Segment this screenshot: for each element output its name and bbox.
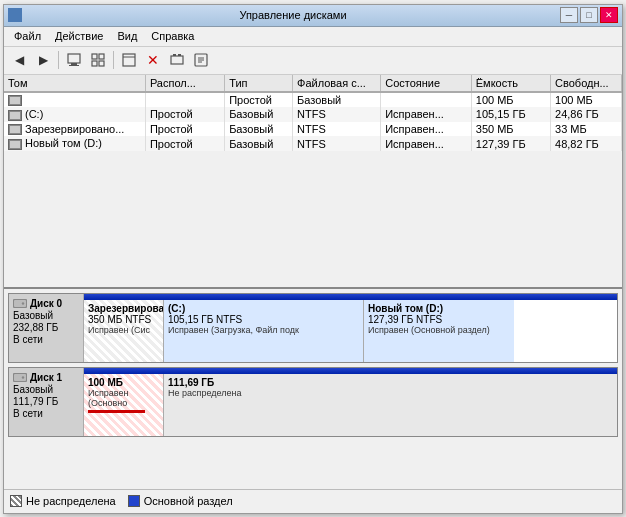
- cell-tip: Базовый: [225, 107, 293, 122]
- header-tip[interactable]: Тип: [225, 75, 293, 92]
- legend-unalloc-box: [10, 495, 22, 507]
- forward-button[interactable]: ▶: [32, 49, 54, 71]
- disk-view-section[interactable]: Диск 0 Базовый 232,88 ГБ В сети Зарезерв…: [4, 289, 622, 489]
- toolbar-btn-5[interactable]: [118, 49, 140, 71]
- toolbar-btn-8[interactable]: [190, 49, 212, 71]
- cell-name: Зарезервировано...: [4, 122, 145, 137]
- legend-unalloc-label: Не распределена: [26, 495, 116, 507]
- header-free[interactable]: Свободн...: [551, 75, 622, 92]
- cell-rasp: Простой: [145, 136, 224, 151]
- menu-file[interactable]: Файл: [8, 28, 47, 44]
- partition-name: Зарезервирован: [88, 303, 159, 314]
- partition-status: Исправен (Основно: [88, 388, 159, 408]
- partition-name: (C:): [168, 303, 359, 314]
- table-row[interactable]: (C:) Простой Базовый NTFS Исправен... 10…: [4, 107, 622, 122]
- cell-name: [4, 92, 145, 108]
- svg-rect-7: [123, 54, 135, 66]
- cell-name: Новый том (D:): [4, 136, 145, 151]
- partition-name: 100 МБ: [88, 377, 159, 388]
- svg-rect-20: [14, 374, 26, 381]
- volume-table-section[interactable]: Том Распол... Тип Файловая с... Состояни…: [4, 75, 622, 289]
- table-row[interactable]: Новый том (D:) Простой Базовый NTFS Испр…: [4, 136, 622, 151]
- cell-tip: Базовый: [225, 122, 293, 137]
- cell-tip: Простой: [225, 92, 293, 108]
- toolbar-sep-1: [58, 51, 59, 69]
- cell-free: 33 МБ: [551, 122, 622, 137]
- svg-rect-17: [14, 300, 26, 307]
- legend-primary: Основной раздел: [128, 495, 233, 507]
- svg-point-18: [22, 302, 24, 304]
- partition[interactable]: Новый том (D:) 127,39 ГБ NTFS Исправен (…: [364, 300, 514, 362]
- window-title: Управление дисками: [26, 9, 560, 21]
- close-button[interactable]: ✕: [600, 7, 618, 23]
- toolbar-btn-7[interactable]: [166, 49, 188, 71]
- header-rasp[interactable]: Распол...: [145, 75, 224, 92]
- disk-parts-row: Зарезервирован 350 МБ NTFS Исправен (Сис…: [84, 300, 617, 362]
- cell-state: Исправен...: [381, 122, 472, 137]
- partition-name: Новый том (D:): [368, 303, 510, 314]
- cell-fs: NTFS: [293, 122, 381, 137]
- partition-name: 111,69 ГБ: [168, 377, 613, 388]
- svg-rect-2: [69, 65, 79, 66]
- cell-free: 24,86 ГБ: [551, 107, 622, 122]
- partition[interactable]: 100 МБ Исправен (Основно: [84, 374, 164, 436]
- disk-row: Диск 0 Базовый 232,88 ГБ В сети Зарезерв…: [8, 293, 618, 363]
- header-cap[interactable]: Ёмкость: [471, 75, 550, 92]
- table-row[interactable]: Зарезервировано... Простой Базовый NTFS …: [4, 122, 622, 137]
- toolbar-btn-4[interactable]: [87, 49, 109, 71]
- title-bar: Управление дисками ─ □ ✕: [4, 5, 622, 27]
- toolbar: ◀ ▶ ✕: [4, 47, 622, 75]
- cell-fs: NTFS: [293, 136, 381, 151]
- window-icon: [8, 8, 22, 22]
- menu-view[interactable]: Вид: [111, 28, 143, 44]
- legend-bar: Не распределена Основной раздел: [4, 489, 622, 513]
- partition-size: 105,15 ГБ NTFS: [168, 314, 359, 325]
- partition-status: Исправен (Загрузка, Файл подк: [168, 325, 359, 335]
- legend-primary-label: Основной раздел: [144, 495, 233, 507]
- menu-help[interactable]: Справка: [145, 28, 200, 44]
- svg-rect-11: [178, 54, 181, 56]
- title-bar-buttons: ─ □ ✕: [560, 7, 618, 23]
- svg-rect-9: [171, 56, 183, 64]
- cell-fs: Базовый: [293, 92, 381, 108]
- partition[interactable]: (C:) 105,15 ГБ NTFS Исправен (Загрузка, …: [164, 300, 364, 362]
- partition[interactable]: Зарезервирован 350 МБ NTFS Исправен (Сис: [84, 300, 164, 362]
- cell-state: Исправен...: [381, 107, 472, 122]
- minimize-button[interactable]: ─: [560, 7, 578, 23]
- cell-free: 100 МБ: [551, 92, 622, 108]
- header-tom[interactable]: Том: [4, 75, 145, 92]
- svg-rect-5: [92, 61, 97, 66]
- table-row[interactable]: Простой Базовый 100 МБ 100 МБ: [4, 92, 622, 108]
- header-fs[interactable]: Файловая с...: [293, 75, 381, 92]
- disk-info: Диск 1 Базовый 111,79 ГБ В сети: [9, 368, 84, 436]
- cell-cap: 127,39 ГБ: [471, 136, 550, 151]
- back-button[interactable]: ◀: [8, 49, 30, 71]
- disk-info: Диск 0 Базовый 232,88 ГБ В сети: [9, 294, 84, 362]
- menu-action[interactable]: Действие: [49, 28, 109, 44]
- partition-size: 350 МБ NTFS: [88, 314, 159, 325]
- toolbar-btn-3[interactable]: [63, 49, 85, 71]
- partition-status: Исправен (Сис: [88, 325, 159, 335]
- partition[interactable]: 111,69 ГБ Не распределена: [164, 374, 617, 436]
- legend-primary-box: [128, 495, 140, 507]
- svg-point-21: [22, 376, 24, 378]
- svg-rect-1: [71, 63, 77, 65]
- cell-cap: 350 МБ: [471, 122, 550, 137]
- maximize-button[interactable]: □: [580, 7, 598, 23]
- cell-cap: 100 МБ: [471, 92, 550, 108]
- svg-rect-4: [99, 54, 104, 59]
- disk-parts-row: 100 МБ Исправен (Основно 111,69 ГБ Не ра…: [84, 374, 617, 436]
- partition-status: Не распределена: [168, 388, 613, 398]
- header-state[interactable]: Состояние: [381, 75, 472, 92]
- legend-unallocated: Не распределена: [10, 495, 116, 507]
- cell-name: (C:): [4, 107, 145, 122]
- svg-rect-6: [99, 61, 104, 66]
- disk-partitions: 100 МБ Исправен (Основно 111,69 ГБ Не ра…: [84, 368, 617, 436]
- main-content: Том Распол... Тип Файловая с... Состояни…: [4, 75, 622, 489]
- menu-bar: Файл Действие Вид Справка: [4, 27, 622, 47]
- cell-free: 48,82 ГБ: [551, 136, 622, 151]
- cell-rasp: [145, 92, 224, 108]
- svg-rect-10: [173, 54, 176, 56]
- svg-rect-3: [92, 54, 97, 59]
- delete-button[interactable]: ✕: [142, 49, 164, 71]
